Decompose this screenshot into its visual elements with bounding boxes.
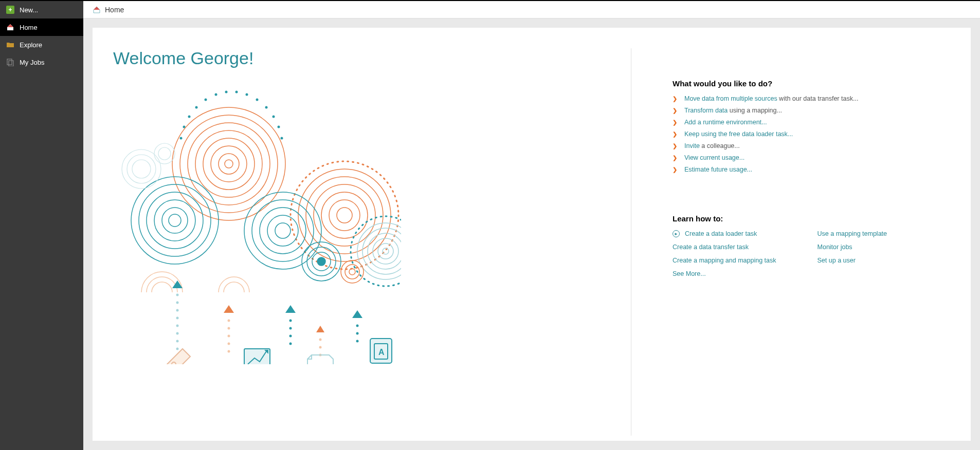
sidebar-item-myjobs[interactable]: My Jobs	[0, 53, 83, 71]
svg-point-6	[188, 116, 191, 118]
action-link[interactable]: Transform data	[684, 107, 728, 114]
chevron-right-icon: ❯	[673, 107, 677, 114]
svg-point-73	[176, 348, 179, 350]
svg-point-60	[158, 147, 171, 160]
action-item[interactable]: ❯Move data from multiple sources with ou…	[673, 95, 950, 102]
learn-link[interactable]: Use a mapping template	[818, 230, 887, 237]
svg-point-12	[265, 106, 268, 109]
sidebar-new-label: New...	[20, 6, 38, 14]
learn-link-more[interactable]: See More...	[673, 270, 776, 277]
svg-point-88	[356, 340, 359, 343]
svg-point-77	[228, 343, 230, 345]
action-link[interactable]: Invite	[684, 142, 700, 149]
action-item[interactable]: ❯Estimate future usage...	[673, 166, 950, 173]
jobs-icon	[6, 58, 14, 66]
action-link[interactable]: Move data from multiple sources	[684, 95, 777, 102]
actions-list: ❯Move data from multiple sources with ou…	[673, 95, 950, 173]
svg-point-75	[228, 327, 230, 330]
svg-point-69	[176, 317, 179, 320]
svg-point-76	[228, 335, 230, 338]
svg-point-59	[154, 143, 175, 164]
svg-point-31	[131, 177, 219, 264]
action-item[interactable]: ❯Transform data using a mapping...	[673, 107, 950, 114]
learn-link[interactable]: Create a mapping and mapping task	[673, 257, 776, 264]
svg-point-11	[256, 99, 259, 101]
svg-point-24	[298, 169, 391, 261]
svg-point-10	[246, 93, 248, 96]
chevron-right-icon: ❯	[673, 119, 677, 126]
home-icon	[6, 23, 14, 31]
sidebar-item-home[interactable]: Home	[0, 18, 83, 36]
plus-icon: +	[6, 6, 14, 14]
svg-point-72	[176, 340, 179, 343]
learn-link[interactable]: Create a data loader task	[685, 230, 757, 237]
svg-point-82	[289, 343, 292, 345]
learn-heading: Learn how to:	[673, 214, 950, 223]
svg-point-22	[219, 154, 239, 174]
svg-point-87	[356, 332, 359, 335]
svg-marker-63	[285, 305, 296, 313]
learn-link[interactable]: Set up a user	[818, 257, 887, 264]
svg-point-45	[317, 257, 325, 266]
chevron-right-icon: ❯	[673, 166, 677, 173]
folder-icon	[6, 41, 14, 49]
svg-point-14	[278, 126, 280, 128]
svg-point-58	[132, 160, 151, 178]
svg-marker-62	[224, 305, 234, 313]
svg-point-32	[139, 184, 211, 256]
svg-point-30	[291, 161, 398, 269]
chevron-right-icon: ❯	[673, 96, 677, 102]
svg-point-79	[289, 320, 292, 322]
svg-point-9	[235, 91, 238, 93]
action-link[interactable]: View current usage...	[684, 154, 745, 161]
svg-point-40	[267, 215, 298, 246]
breadcrumb: Home	[83, 1, 980, 18]
action-item[interactable]: ❯View current usage...	[673, 154, 950, 161]
action-item[interactable]: ❯Add a runtime environment...	[673, 119, 950, 126]
svg-point-56	[122, 149, 161, 189]
svg-point-27	[321, 192, 368, 238]
sidebar-item-label: My Jobs	[20, 59, 44, 66]
learn-link[interactable]: Create a data transfer task	[673, 243, 776, 251]
svg-marker-65	[352, 310, 362, 318]
svg-point-66	[176, 294, 179, 296]
svg-point-80	[289, 327, 292, 330]
chevron-right-icon: ❯	[673, 131, 677, 138]
action-item[interactable]: ❯Keep using the free data loader task...	[673, 130, 950, 138]
svg-point-3	[215, 93, 217, 96]
svg-marker-64	[316, 326, 324, 332]
svg-point-28	[329, 200, 360, 231]
svg-point-34	[154, 200, 195, 241]
action-rest: using a mapping...	[728, 107, 782, 114]
svg-point-29	[337, 208, 352, 223]
home-icon	[93, 6, 101, 14]
svg-point-2	[225, 91, 228, 93]
svg-point-74	[228, 320, 230, 322]
svg-rect-1	[9, 61, 13, 66]
svg-point-50	[378, 243, 393, 259]
svg-point-8	[180, 137, 183, 140]
learn-link[interactable]: Monitor jobs	[818, 243, 887, 251]
sidebar-item-explore[interactable]: Explore	[0, 36, 83, 53]
svg-point-49	[373, 238, 398, 264]
svg-point-81	[289, 335, 292, 338]
play-icon: ►	[673, 230, 680, 237]
svg-point-23	[225, 160, 233, 168]
svg-point-15	[281, 137, 283, 140]
action-link[interactable]: Add a runtime environment...	[684, 119, 767, 126]
action-link[interactable]: Keep using the free data loader task...	[684, 130, 793, 138]
action-link[interactable]: Estimate future usage...	[684, 166, 752, 173]
sidebar: + New... Home Explore My Jobs	[0, 1, 83, 450]
chevron-right-icon: ❯	[673, 155, 677, 161]
actions-heading: What would you like to do?	[673, 79, 950, 88]
svg-point-21	[211, 146, 247, 182]
action-item[interactable]: ❯Invite a colleague...	[673, 142, 950, 149]
action-rest: with our data transfer task...	[777, 95, 859, 102]
svg-point-57	[127, 155, 156, 183]
action-rest: a colleague...	[700, 142, 740, 149]
sidebar-item-new[interactable]: + New...	[0, 1, 83, 18]
svg-point-37	[244, 192, 321, 269]
svg-point-4	[205, 99, 207, 101]
svg-point-41	[275, 223, 291, 238]
decorative-illustration: A	[113, 87, 401, 364]
